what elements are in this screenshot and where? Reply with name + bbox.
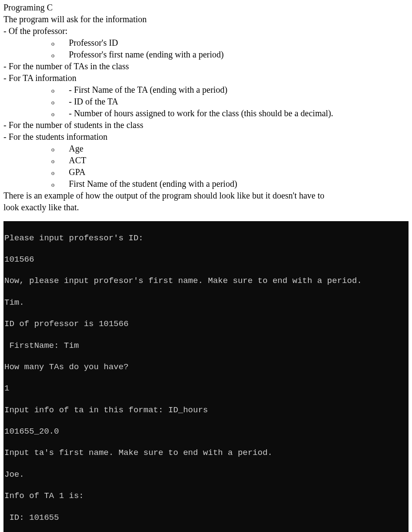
prof-header: - Of the professor: — [3, 25, 409, 37]
list-item: o Professor's ID — [51, 37, 409, 49]
list-item: o ACT — [51, 155, 409, 166]
list-text: Professor's first name (ending with a pe… — [69, 49, 224, 61]
terminal-line: How many TAs do you have? — [4, 362, 408, 373]
terminal-line: ID of professor is 101566 — [4, 319, 408, 330]
terminal-line: ID: 101655 — [4, 512, 408, 523]
bullet-icon: o — [51, 87, 59, 95]
list-text: - Number of hours assigned to work for t… — [69, 108, 333, 119]
doc-title: Programing C — [3, 2, 409, 13]
list-item: o GPA — [51, 166, 409, 178]
terminal-line: Please input professor's ID: — [4, 233, 408, 244]
bullet-icon: o — [51, 158, 59, 166]
terminal-line: Input info of ta in this format: ID_hour… — [4, 405, 408, 416]
terminal-line: Now, please input profesor's first name.… — [4, 276, 408, 286]
ta-count: - For the number of TAs in the class — [3, 61, 409, 72]
terminal-line: 1 — [4, 383, 408, 394]
terminal-line: FirstName: Tim — [4, 340, 408, 351]
terminal-line: Joe. — [4, 469, 408, 480]
document-body: Programing C The program will ask for th… — [3, 2, 409, 213]
list-text: Professor's ID — [69, 37, 118, 49]
list-item: o - Number of hours assigned to work for… — [51, 108, 409, 119]
list-item: o - First Name of the TA (ending with a … — [51, 84, 409, 96]
bullet-icon: o — [51, 146, 59, 154]
terminal-line: Tim. — [4, 297, 408, 308]
stu-list: o Age o ACT o GPA o First Name of the st… — [51, 143, 409, 190]
list-item: o - ID of the TA — [51, 96, 409, 108]
bullet-icon: o — [51, 99, 59, 107]
stu-header: - For the students information — [3, 131, 409, 143]
list-text: First Name of the student (ending with a… — [69, 178, 237, 190]
terminal-line: 101655_20.0 — [4, 426, 408, 437]
terminal-output: Please input professor's ID: 101566 Now,… — [3, 221, 409, 532]
doc-intro: The program will ask for the information — [3, 13, 409, 25]
ta-list: o - First Name of the TA (ending with a … — [51, 84, 409, 119]
bullet-icon: o — [51, 52, 59, 60]
list-text: Age — [69, 143, 83, 155]
list-item: o Professor's first name (ending with a … — [51, 49, 409, 61]
bullet-icon: o — [51, 111, 59, 119]
prof-list: o Professor's ID o Professor's first nam… — [51, 37, 409, 61]
bullet-icon: o — [51, 169, 59, 178]
list-item: o First Name of the student (ending with… — [51, 178, 409, 190]
terminal-line: Info of TA 1 is: — [4, 491, 408, 502]
list-text: ACT — [69, 155, 86, 166]
bullet-icon: o — [51, 40, 59, 48]
list-text: - First Name of the TA (ending with a pe… — [69, 84, 227, 96]
terminal-line: Input ta's first name. Make sure to end … — [4, 448, 408, 458]
bullet-icon: o — [51, 181, 59, 189]
list-text: GPA — [69, 166, 85, 178]
outro-line-1: There is an example of how the output of… — [3, 190, 409, 202]
ta-header: - For TA information — [3, 72, 409, 84]
list-item: o Age — [51, 143, 409, 155]
list-text: - ID of the TA — [69, 96, 118, 108]
stu-count: - For the number of students in the clas… — [3, 119, 409, 131]
outro-line-2: look exactly like that. — [3, 202, 409, 213]
terminal-line: 101566 — [4, 254, 408, 265]
